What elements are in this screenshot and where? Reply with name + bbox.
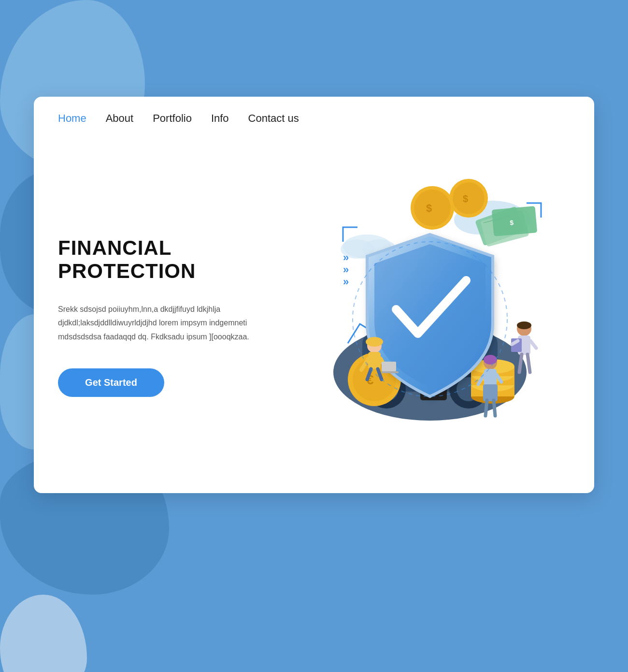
nav-about[interactable]: About	[106, 112, 134, 125]
svg-text:$: $	[463, 193, 468, 204]
content-area: FINANCIAL PROTECTION Srekk sdsojsd poiiu…	[34, 140, 594, 493]
navbar: Home About Portfolio Info Contact us	[34, 97, 594, 140]
svg-rect-41	[368, 352, 381, 369]
bg-blob-5	[0, 595, 87, 672]
svg-line-63	[530, 341, 536, 348]
svg-text:»: »	[343, 251, 349, 263]
svg-rect-44	[382, 362, 396, 371]
svg-point-51	[484, 355, 497, 365]
nav-home[interactable]: Home	[58, 112, 86, 125]
svg-line-64	[519, 354, 522, 372]
svg-text:$: $	[426, 202, 432, 214]
svg-line-65	[528, 354, 530, 372]
get-started-button[interactable]: Get Started	[58, 368, 164, 397]
page-title: FINANCIAL PROTECTION	[58, 236, 290, 283]
svg-point-25	[453, 182, 485, 214]
svg-text:$: $	[510, 219, 514, 227]
illustration-svg: » » » $ $	[290, 160, 570, 459]
main-card: Home About Portfolio Info Contact us FIN…	[34, 97, 594, 493]
svg-rect-45	[382, 371, 399, 373]
nav-portfolio[interactable]: Portfolio	[153, 112, 192, 125]
nav-info[interactable]: Info	[211, 112, 229, 125]
svg-text:»: »	[343, 263, 349, 276]
nav-contact[interactable]: Contact us	[248, 112, 299, 125]
svg-rect-47	[367, 339, 382, 343]
svg-line-57	[494, 400, 495, 416]
svg-rect-53	[483, 384, 498, 401]
left-content: FINANCIAL PROTECTION Srekk sdsojsd poiiu…	[58, 150, 290, 469]
svg-point-22	[414, 190, 451, 226]
svg-line-56	[485, 400, 487, 416]
svg-point-59	[517, 321, 531, 329]
svg-rect-19	[492, 206, 537, 236]
hero-description: Srekk sdsojsd poiiuyhm,lnn,a dkdjjfifuyd…	[58, 303, 266, 344]
right-illustration: » » » $ $	[290, 150, 570, 469]
svg-text:»: »	[343, 276, 349, 288]
